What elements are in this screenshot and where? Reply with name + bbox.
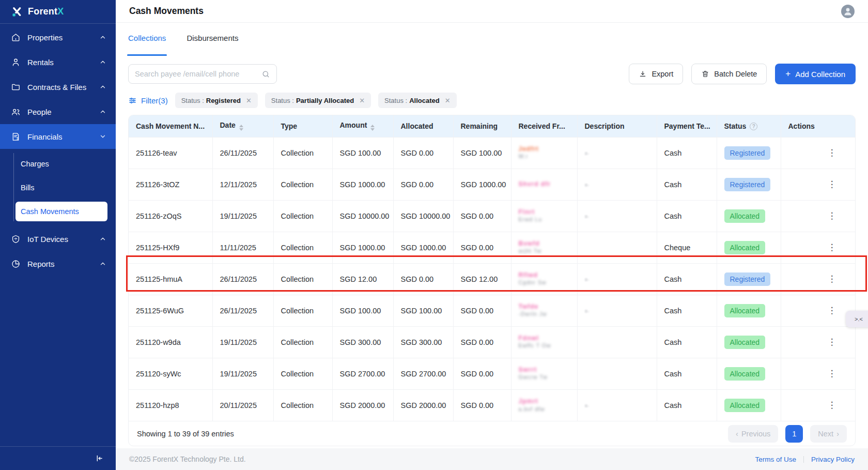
close-icon[interactable]: ✕ xyxy=(445,97,451,104)
sidebar-subitem-cash-movements[interactable]: Cash Movements xyxy=(16,202,107,221)
search-input[interactable] xyxy=(135,70,261,78)
cell-amount: SGD 100.00 xyxy=(332,295,393,326)
row-actions-menu-icon[interactable]: ⋮ xyxy=(826,211,839,221)
row-actions-menu-icon[interactable]: ⋮ xyxy=(826,179,839,189)
floating-widget-button[interactable]: >.< xyxy=(846,311,868,327)
cell-status: Allocated xyxy=(717,295,781,326)
close-icon[interactable]: ✕ xyxy=(246,97,252,104)
sidebar-item-label: Properties xyxy=(27,33,63,42)
status-badge: Allocated xyxy=(724,304,766,317)
column-header-amount[interactable]: Amount xyxy=(332,115,393,137)
filter-toggle[interactable]: Filter(3) xyxy=(128,96,168,105)
close-icon[interactable]: ✕ xyxy=(359,97,365,104)
cell-date: 19/11/2025 xyxy=(212,326,273,358)
cell-actions: ⋮ xyxy=(781,263,855,295)
cell-amount: SGD 300.00 xyxy=(332,326,393,358)
cell-date: 19/11/2025 xyxy=(212,358,273,389)
cell-status: Allocated xyxy=(717,232,781,263)
cell-status: Allocated xyxy=(717,200,781,232)
sidebar-item-rentals[interactable]: Rentals xyxy=(0,50,116,74)
table-row: 251125-hmuA26/11/2025CollectionSGD 12.00… xyxy=(129,263,855,295)
cell-type: Collection xyxy=(273,358,332,389)
sidebar-item-contracts-files[interactable]: Contracts & Files xyxy=(0,74,116,99)
cell-payment-term: Cash xyxy=(657,389,717,421)
user-avatar[interactable] xyxy=(841,5,855,18)
sidebar-subitem-charges[interactable]: Charges xyxy=(0,152,116,176)
cell-number: 251126-zOqS xyxy=(129,200,212,232)
page-number-button[interactable]: 1 xyxy=(785,425,803,443)
cell-allocated: SGD 2000.00 xyxy=(393,389,453,421)
pagination-controls: ‹Previous 1 Next› xyxy=(721,425,847,443)
table-row: 251126-teav26/11/2025CollectionSGD 100.0… xyxy=(129,137,855,169)
row-actions-menu-icon[interactable]: ⋮ xyxy=(826,369,839,378)
next-page-button[interactable]: Next› xyxy=(810,425,847,443)
sort-icon[interactable] xyxy=(370,125,375,131)
cell-received-from: Shvrd dfr xyxy=(511,169,577,200)
cell-number: 251126-teav xyxy=(129,137,212,169)
sort-icon[interactable] xyxy=(239,125,243,131)
cell-payment-term: Cash xyxy=(657,326,717,358)
cell-amount: SGD 1000.00 xyxy=(332,169,393,200)
sidebar-item-people[interactable]: People xyxy=(0,99,116,124)
row-actions-menu-icon[interactable]: ⋮ xyxy=(826,306,839,315)
table-row: 251120-syWc19/11/2025CollectionSGD 2700.… xyxy=(129,358,855,389)
sidebar-item-label: Contracts & Files xyxy=(27,83,86,92)
cell-remaining: SGD 0.00 xyxy=(453,232,511,263)
cell-received-from: Bvwfdarjht Tw xyxy=(511,232,577,263)
redacted-payee-name: Shvrd dfr xyxy=(519,180,570,189)
search-icon[interactable] xyxy=(261,70,270,79)
column-header-date[interactable]: Date xyxy=(212,115,273,137)
column-header-number: Cash Movement N... xyxy=(129,115,212,137)
redacted-payee-name: JedfrtW.r xyxy=(519,145,570,160)
cell-remaining: SGD 12.00 xyxy=(453,263,511,295)
cell-payment-term: Cash xyxy=(657,137,717,169)
redacted-payee-name: Twfde-Dwrln Jw xyxy=(519,303,570,318)
row-actions-menu-icon[interactable]: ⋮ xyxy=(826,242,839,252)
sidebar-item-reports[interactable]: Reports xyxy=(0,251,116,276)
cell-type: Collection xyxy=(273,200,332,232)
sidebar-item-properties[interactable]: Properties xyxy=(0,25,116,50)
tab-collections[interactable]: Collections xyxy=(128,34,166,56)
export-button[interactable]: Export xyxy=(629,64,683,84)
cell-received-from: SwrrtGwcrw Tw xyxy=(511,358,577,389)
previous-page-button[interactable]: ‹Previous xyxy=(728,425,778,443)
cell-allocated: SGD 1000.00 xyxy=(393,232,453,263)
column-header-received_from: Received Fr... xyxy=(511,115,577,137)
terms-of-use-link[interactable]: Terms of Use xyxy=(755,456,796,463)
cell-type: Collection xyxy=(273,232,332,263)
batch-delete-button[interactable]: Batch Delete xyxy=(691,64,767,84)
row-actions-menu-icon[interactable]: ⋮ xyxy=(826,274,839,284)
cell-status: Allocated xyxy=(717,358,781,389)
row-actions-menu-icon[interactable]: ⋮ xyxy=(826,400,839,410)
row-actions-menu-icon[interactable]: ⋮ xyxy=(826,148,839,158)
sidebar-item-iot-devices[interactable]: IoT Devices xyxy=(0,226,116,251)
cell-description: =· xyxy=(577,389,657,421)
status-badge: Allocated xyxy=(724,399,766,412)
cell-date: 26/11/2025 xyxy=(212,137,273,169)
folder-icon xyxy=(10,82,21,92)
cell-number: 251125-HXf9 xyxy=(129,232,212,263)
content: Collections Disbursements Export Batch D… xyxy=(116,23,868,446)
copyright-text: ©2025 ForentX Technology Pte. Ltd. xyxy=(129,455,246,463)
sidebar-item-financials[interactable]: $ Financials xyxy=(0,124,116,149)
cell-amount: SGD 100.00 xyxy=(332,137,393,169)
privacy-policy-link[interactable]: Privacy Policy xyxy=(811,456,855,463)
cell-date: 11/11/2025 xyxy=(212,232,273,263)
column-header-payment_term: Payment Te... xyxy=(657,115,717,137)
collapse-sidebar-icon[interactable] xyxy=(95,454,103,463)
cell-number: 251126-3tOZ xyxy=(129,169,212,200)
help-icon[interactable]: ? xyxy=(750,123,757,130)
add-collection-button[interactable]: + Add Collection xyxy=(775,64,856,84)
chevron-up-icon xyxy=(99,108,106,115)
row-actions-menu-icon[interactable]: ⋮ xyxy=(826,337,839,347)
sidebar-subitem-bills[interactable]: Bills xyxy=(0,176,116,200)
cell-date: 19/11/2025 xyxy=(212,200,273,232)
pagination-bar: Showing 1 to 39 of 39 entries ‹Previous … xyxy=(129,421,855,446)
table-card: Cash Movement N...DateTypeAmountAllocate… xyxy=(128,115,856,446)
cell-allocated: SGD 100.00 xyxy=(393,295,453,326)
cell-remaining: SGD 0.00 xyxy=(453,295,511,326)
cell-allocated: SGD 0.00 xyxy=(393,137,453,169)
brand-name: ForentX xyxy=(28,6,64,17)
cell-amount: SGD 2700.00 xyxy=(332,358,393,389)
tab-disbursements[interactable]: Disbursements xyxy=(187,34,238,56)
